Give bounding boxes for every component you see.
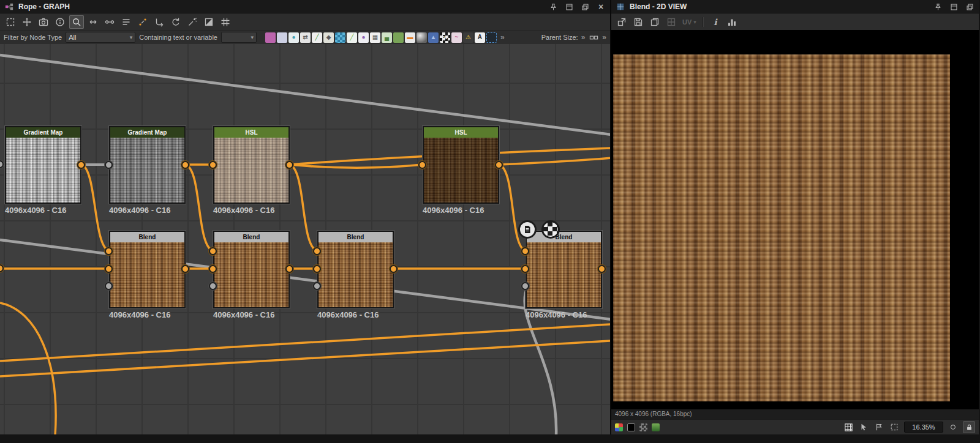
node-blend[interactable]: Blend: [526, 231, 602, 308]
input-port[interactable]: [105, 265, 113, 273]
exposure-icon[interactable]: [202, 15, 216, 29]
pin-icon[interactable]: [548, 1, 559, 12]
node-type-select[interactable]: All ▾: [66, 32, 135, 43]
uniform-color-icon[interactable]: [277, 32, 287, 43]
height-blend-icon[interactable]: ▄: [382, 32, 392, 43]
frame-icon[interactable]: [486, 32, 497, 43]
node-gradient-map[interactable]: Gradient Map: [5, 126, 81, 204]
sphere-icon[interactable]: [417, 32, 427, 43]
filter-preview-icon[interactable]: [652, 423, 660, 431]
output-usage-badge[interactable]: [518, 220, 537, 239]
text-icon[interactable]: A: [475, 32, 485, 43]
splatter-icon[interactable]: [393, 32, 404, 43]
input-port[interactable]: [521, 282, 529, 290]
copy-icon[interactable]: [647, 15, 662, 29]
zoom-input[interactable]: 16.35%: [904, 422, 943, 433]
dot-link-icon[interactable]: [135, 15, 150, 29]
node-blend[interactable]: Blend: [109, 231, 186, 308]
float-icon[interactable]: [964, 1, 975, 12]
input-port[interactable]: [521, 265, 529, 273]
distance-icon[interactable]: ◆: [323, 32, 334, 43]
wand-icon[interactable]: [185, 15, 200, 29]
pin-icon[interactable]: [932, 1, 943, 12]
node-hsl[interactable]: HSL: [213, 126, 290, 204]
shape-icon[interactable]: ▬: [405, 32, 415, 43]
output-port[interactable]: [598, 265, 606, 273]
checker-background-icon[interactable]: [639, 423, 647, 431]
close-icon[interactable]: ×: [595, 1, 606, 12]
camera-icon[interactable]: [36, 15, 51, 29]
output-port[interactable]: [285, 161, 293, 169]
search-icon[interactable]: [69, 15, 84, 29]
input-port[interactable]: [313, 247, 321, 255]
frame-icon[interactable]: [889, 422, 900, 433]
input-port[interactable]: [105, 247, 113, 255]
node-hsl[interactable]: HSL: [423, 126, 499, 204]
dock-icon[interactable]: [948, 1, 959, 12]
node-blend[interactable]: Blend: [317, 231, 394, 308]
input-port[interactable]: [209, 265, 217, 273]
input-port[interactable]: [105, 282, 113, 290]
dock-icon[interactable]: [564, 1, 575, 12]
transform-frame-icon[interactable]: [3, 15, 18, 29]
align-icon[interactable]: [119, 15, 134, 29]
node-blend[interactable]: Blend: [213, 231, 290, 308]
move-icon[interactable]: [20, 15, 34, 29]
flag-icon[interactable]: [873, 422, 884, 433]
link-icon[interactable]: [102, 15, 117, 29]
save-icon[interactable]: [631, 15, 646, 29]
directional-warp-icon[interactable]: ⇄: [300, 32, 311, 43]
output-port[interactable]: [77, 161, 85, 169]
elbow-icon[interactable]: [152, 15, 167, 29]
spline-icon[interactable]: ~: [451, 32, 462, 43]
input-port[interactable]: [209, 247, 217, 255]
snap-grid-icon[interactable]: [218, 15, 233, 29]
output-port[interactable]: [181, 265, 189, 273]
palette-overflow-chevron[interactable]: »: [500, 33, 505, 42]
export-icon[interactable]: [614, 15, 629, 29]
node-gradient-map[interactable]: Gradient Map: [109, 126, 186, 204]
input-port[interactable]: [313, 282, 321, 290]
float-icon[interactable]: [579, 1, 590, 12]
parent-size-chevron[interactable]: »: [581, 33, 586, 42]
histogram-icon[interactable]: [725, 15, 739, 29]
slope-blur-icon[interactable]: ╱: [347, 32, 357, 43]
input-port[interactable]: [521, 247, 529, 255]
grid-icon[interactable]: [843, 422, 854, 433]
center-dot-icon[interactable]: [948, 422, 959, 433]
background-color-icon[interactable]: [627, 423, 635, 431]
channels-icon[interactable]: [615, 423, 623, 431]
resize-icon[interactable]: [86, 15, 100, 29]
lock-icon[interactable]: [963, 421, 975, 433]
input-port[interactable]: [418, 161, 426, 169]
filterbar-overflow-chevron[interactable]: »: [602, 33, 606, 42]
curve-icon[interactable]: ╱: [312, 32, 322, 43]
pyramid-icon[interactable]: ▲: [428, 32, 439, 43]
info-icon[interactable]: i: [708, 15, 723, 29]
hsl-node-icon[interactable]: ●: [358, 32, 369, 43]
info-icon[interactable]: [53, 15, 67, 29]
transform-icon[interactable]: [335, 32, 345, 43]
search-variable-select[interactable]: ▾: [221, 32, 257, 43]
texture-2d-view[interactable]: [613, 54, 950, 401]
rotate-icon[interactable]: [168, 15, 183, 29]
warning-icon[interactable]: ⚠: [463, 32, 473, 43]
bitmap-icon[interactable]: 01: [440, 32, 450, 43]
tile-generator-icon[interactable]: ▦: [370, 32, 380, 43]
view-2d-badge[interactable]: [541, 220, 560, 239]
graph-canvas[interactable]: Gradient Map4096x4096 - C16Gradient Map4…: [0, 44, 610, 434]
input-port[interactable]: [209, 282, 217, 290]
input-port[interactable]: [209, 161, 217, 169]
blur-icon[interactable]: ●: [288, 32, 299, 43]
output-port[interactable]: [390, 265, 398, 273]
input-port[interactable]: [313, 265, 321, 273]
texture-viewport[interactable]: [611, 30, 979, 409]
size-link-icon[interactable]: [588, 32, 599, 43]
gradient-map-icon[interactable]: [265, 32, 276, 43]
pointer-icon[interactable]: [858, 422, 869, 433]
output-port[interactable]: [285, 265, 293, 273]
output-port[interactable]: [181, 161, 189, 169]
input-port[interactable]: [105, 161, 113, 169]
node-thumbnail: [214, 138, 288, 203]
output-port[interactable]: [495, 161, 503, 169]
